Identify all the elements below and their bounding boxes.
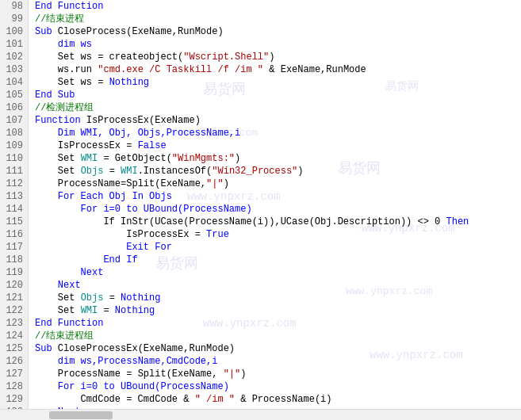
code-line-121: Set Objs = Nothing bbox=[35, 292, 515, 304]
code-line-126: dim ws,ProcessName,CmdCode,i bbox=[35, 355, 515, 368]
code-line-124: //结束进程组 bbox=[35, 330, 515, 342]
code-line-99: //结束进程 bbox=[35, 13, 515, 25]
code-line-128: For i=0 to UBound(ProcessName) bbox=[35, 380, 515, 393]
token: ) bbox=[240, 368, 246, 380]
line-number-112: 112 bbox=[5, 178, 23, 190]
token: Nothing bbox=[109, 77, 149, 88]
line-number-99: 99 bbox=[5, 13, 23, 25]
token: //结束进程 bbox=[35, 13, 84, 25]
code-line-116: IsProcessEx = True bbox=[35, 228, 515, 241]
token: WMI bbox=[121, 166, 138, 177]
line-number-121: 121 bbox=[5, 292, 23, 304]
token: CloseProcess(ExeName,RunMode) bbox=[58, 26, 224, 37]
line-number-120: 120 bbox=[5, 279, 23, 292]
token: = bbox=[98, 305, 115, 316]
token: Set bbox=[58, 166, 81, 177]
line-number-104: 104 bbox=[5, 76, 23, 89]
code-wrapper: 易货网 易货网 www.ynpxrz.com 易货网 www.ynpxrz.co… bbox=[29, 0, 521, 409]
line-number-127: 127 bbox=[5, 368, 23, 380]
token: For i=0 to UBound(ProcessName) bbox=[81, 204, 252, 215]
token: For Each Obj In Objs bbox=[58, 191, 172, 202]
token: Exit For bbox=[126, 242, 172, 253]
line-number-114: 114 bbox=[5, 203, 23, 216]
scrollbar-thumb[interactable] bbox=[49, 411, 113, 419]
line-number-108: 108 bbox=[5, 127, 23, 139]
token: WMI bbox=[81, 305, 98, 316]
line-number-123: 123 bbox=[5, 317, 23, 330]
token: Nothing bbox=[121, 292, 160, 304]
code-line-125: Sub CloseProcessEx(ExeName,RunMode) bbox=[35, 342, 515, 355]
token: "WinMgmts:" bbox=[172, 153, 235, 164]
code-line-105: End Sub bbox=[35, 89, 515, 101]
code-line-118: End If bbox=[35, 254, 515, 266]
code-line-120: Next bbox=[35, 279, 515, 292]
token: " /im " bbox=[195, 394, 235, 405]
token: //检测进程组 bbox=[35, 102, 94, 113]
token: Next bbox=[81, 267, 104, 278]
code-line-106: //检测进程组 bbox=[35, 101, 515, 114]
token: & ProcessName(i) bbox=[235, 394, 331, 405]
code-line-101: dim ws bbox=[35, 38, 515, 51]
token: End Function bbox=[35, 318, 103, 329]
line-number-102: 102 bbox=[5, 51, 23, 63]
token: Set bbox=[58, 305, 81, 316]
token: Set bbox=[58, 292, 81, 304]
code-line-117: Exit For bbox=[35, 241, 515, 254]
token: CmdCode = CmdCode & bbox=[81, 394, 195, 405]
token: dim ws bbox=[58, 39, 92, 50]
token: Sub bbox=[35, 343, 58, 354]
token: IsProcessEx(ExeName) bbox=[86, 115, 201, 126]
code-line-110: Set WMI = GetObject("WinMgmts:") bbox=[35, 152, 515, 165]
line-number-111: 111 bbox=[5, 165, 23, 178]
line-number-116: 116 bbox=[5, 228, 23, 241]
code-line-129: CmdCode = CmdCode & " /im " & ProcessNam… bbox=[35, 393, 515, 406]
token: dim ws,ProcessName,CmdCode,i bbox=[58, 356, 218, 367]
code-line-104: Set ws = Nothing bbox=[35, 76, 515, 89]
line-number-110: 110 bbox=[5, 152, 23, 165]
line-number-117: 117 bbox=[5, 241, 23, 254]
code-line-115: If InStr(UCase(ProcessName(i)),UCase(Obj… bbox=[35, 216, 515, 228]
token: Next bbox=[58, 280, 81, 291]
line-number-106: 106 bbox=[5, 101, 23, 114]
token: WMI bbox=[81, 153, 98, 164]
token: "|" bbox=[224, 368, 241, 380]
token: Set ws = bbox=[58, 77, 109, 88]
token: Next bbox=[58, 407, 81, 409]
token: "|" bbox=[206, 178, 224, 189]
line-number-128: 128 bbox=[5, 380, 23, 393]
token: "cmd.exe /C Taskkill /f /im " bbox=[98, 64, 263, 75]
code-line-130: Next bbox=[35, 406, 515, 409]
code-content[interactable]: End Function//结束进程Sub CloseProcess(ExeNa… bbox=[29, 0, 521, 409]
line-number-119: 119 bbox=[5, 266, 23, 279]
code-line-111: Set Objs = WMI.InstancesOf("Win32_Proces… bbox=[35, 165, 515, 178]
code-line-122: Set WMI = Nothing bbox=[35, 304, 515, 317]
line-number-118: 118 bbox=[5, 254, 23, 266]
line-number-107: 107 bbox=[5, 114, 23, 127]
token: End Sub bbox=[35, 90, 75, 101]
horizontal-scrollbar[interactable] bbox=[0, 409, 521, 420]
token: For i=0 to UBound(ProcessName) bbox=[58, 381, 229, 392]
line-number-126: 126 bbox=[5, 355, 23, 368]
line-number-103: 103 bbox=[5, 63, 23, 76]
token: Sub bbox=[35, 26, 58, 37]
token: ws.run bbox=[58, 64, 98, 75]
token: False bbox=[138, 140, 167, 151]
token: Dim WMI, Obj, Objs,ProcessName,i bbox=[58, 128, 240, 139]
code-line-123: End Function bbox=[35, 317, 515, 330]
token: = bbox=[103, 166, 121, 177]
token: Set bbox=[58, 153, 81, 164]
token: Objs bbox=[81, 292, 104, 304]
line-number-113: 113 bbox=[5, 190, 23, 203]
code-line-108: Dim WMI, Obj, Objs,ProcessName,i bbox=[35, 127, 515, 139]
line-number-122: 122 bbox=[5, 304, 23, 317]
token: ) bbox=[269, 52, 274, 63]
code-line-119: Next bbox=[35, 266, 515, 279]
editor-container: 9899100101102103104105106107108109110111… bbox=[0, 0, 521, 420]
code-line-113: For Each Obj In Objs bbox=[35, 190, 515, 203]
line-number-129: 129 bbox=[5, 393, 23, 406]
token: End If bbox=[103, 254, 137, 265]
token: = bbox=[103, 292, 121, 304]
token: //结束进程组 bbox=[35, 330, 94, 342]
token: Set ws = createobject( bbox=[58, 52, 183, 63]
token: CloseProcessEx(ExeName,RunMode) bbox=[58, 343, 235, 354]
